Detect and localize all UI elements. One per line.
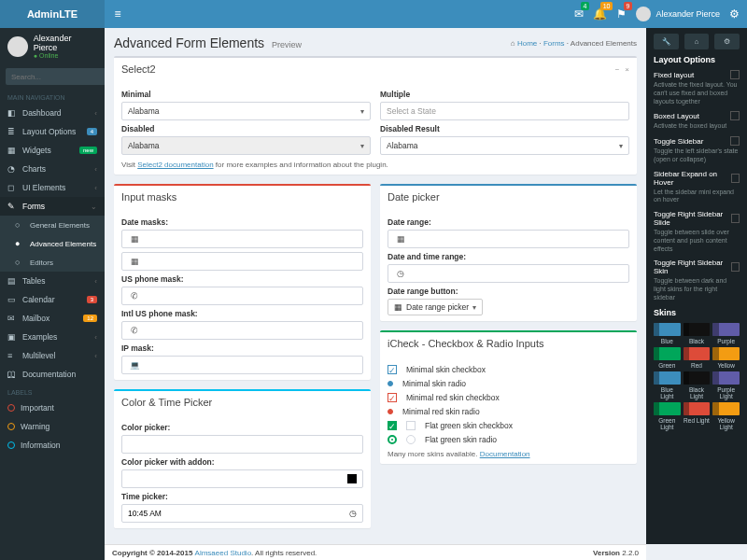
sidebar-item-label: UI Elements (22, 183, 89, 192)
footer-brand-link[interactable]: Almsaeed Studio (195, 549, 251, 557)
icheck-note: Many more skins available. Documentation (388, 450, 629, 458)
skin-swatch[interactable]: Green Light (654, 402, 681, 430)
flag-icon[interactable]: ⚑9 (616, 7, 627, 21)
settings-tab-gear[interactable]: ⚙ (714, 34, 740, 49)
user-menu[interactable]: Alexander Pierce (636, 7, 720, 21)
sidebar-item[interactable]: ▭Calendar3 (0, 290, 105, 309)
sidebar-item[interactable]: ≡Multilevel‹ (0, 346, 105, 365)
select-minimal[interactable]: Alabama▾ (121, 102, 371, 120)
option-desc: Toggle between slide over content and pu… (654, 229, 740, 253)
checkbox[interactable] (730, 70, 740, 79)
input-us-phone[interactable]: ✆ (121, 287, 363, 305)
sidebar-subitem[interactable]: ○Editors (0, 253, 105, 272)
checkbox[interactable] (731, 214, 740, 223)
sidebar-item[interactable]: 🕮Documentation (0, 365, 105, 384)
input-date-mask-1[interactable]: ▦ (121, 230, 363, 248)
radio[interactable] (406, 435, 416, 444)
nav-icon: 🕮 (7, 370, 17, 379)
sidebar-subitem[interactable]: ○General Elements (0, 216, 105, 234)
settings-tab-wrench[interactable]: 🔧 (654, 34, 679, 49)
sidebar-subitem[interactable]: ●Advanced Elements (0, 234, 105, 253)
circle-icon (7, 441, 15, 449)
checkbox[interactable] (406, 421, 416, 430)
skin-swatch[interactable]: Red (684, 347, 711, 369)
calendar-icon: ▦ (128, 257, 141, 266)
label-multiple: Multiple (380, 90, 629, 99)
input-intl-phone[interactable]: ✆ (121, 321, 363, 340)
skin-swatch[interactable]: Purple Light (712, 371, 740, 399)
sidebar-item[interactable]: ≣Layout Options4 (0, 122, 105, 141)
date-range-button[interactable]: ▦Date range picker▾ (388, 299, 483, 315)
badge: new (79, 147, 97, 154)
search-input[interactable] (6, 68, 105, 85)
input-ip[interactable]: 💻 (121, 356, 363, 374)
input-date-mask-2[interactable]: ▦ (121, 252, 363, 271)
input-date-range[interactable]: ▦ (388, 230, 629, 248)
collapse-icon[interactable]: − (615, 65, 620, 74)
breadcrumb-home[interactable]: Home (517, 39, 537, 48)
select2-doc-link[interactable]: Select2 documentation (137, 161, 213, 169)
bell-icon[interactable]: 🔔10 (593, 7, 607, 21)
skin-swatch[interactable]: Purple (712, 323, 740, 344)
sidebar-item-forms[interactable]: ✎ Forms ⌄ (0, 197, 105, 216)
checkbox[interactable] (730, 136, 740, 146)
checkbox[interactable]: ✓ (388, 393, 397, 402)
checkbox[interactable] (731, 174, 740, 183)
icheck-doc-link[interactable]: Documentation (480, 450, 530, 458)
input-color-addon[interactable] (121, 469, 363, 488)
skin-swatch[interactable]: Blue (654, 323, 681, 344)
checkbox[interactable]: ✓ (388, 365, 397, 374)
radio[interactable] (388, 435, 397, 444)
radio[interactable] (388, 381, 393, 386)
select-disabled-result[interactable]: Alabama▾ (380, 136, 629, 155)
sidebar-item[interactable]: ▦Widgetsnew (0, 141, 105, 160)
sidebar-item[interactable]: ◻UI Elements‹ (0, 178, 105, 197)
topbar-username: Alexander Pierce (655, 9, 720, 19)
option-desc: Toggle the left sidebar's state (open or… (654, 147, 740, 164)
option-desc: Toggle between dark and light skins for … (654, 277, 740, 301)
sidebar-item-label: Mailbox (22, 314, 78, 323)
skin-swatch[interactable]: Yellow (712, 347, 740, 369)
radio[interactable] (388, 409, 393, 414)
phone-icon: ✆ (128, 326, 141, 335)
sidebar-label-item[interactable]: Important (0, 399, 105, 417)
logo[interactable]: AdminLTE (0, 0, 105, 28)
skin-swatch[interactable]: Black (684, 323, 711, 344)
sidebar-toggle[interactable]: ≡ (105, 7, 131, 21)
sidebar-item[interactable]: ◧Dashboard‹ (0, 104, 105, 122)
input-datetime-range[interactable]: ◷ (388, 264, 629, 283)
settings-option: Fixed layoutActivate the fixed layout. Y… (654, 70, 740, 105)
skin-name: Green (654, 362, 681, 369)
sidebar-item[interactable]: ▤Tables‹ (0, 272, 105, 290)
skin-swatch[interactable]: Green (654, 347, 681, 369)
skin-name: Purple Light (712, 386, 740, 399)
checkbox[interactable] (731, 262, 740, 272)
select-multiple[interactable]: Select a State (380, 102, 629, 120)
breadcrumb-forms[interactable]: Forms (543, 39, 565, 48)
color-swatch[interactable] (347, 474, 357, 483)
settings-tab-home[interactable]: ⌂ (684, 34, 710, 49)
input-time[interactable]: ◷ (121, 504, 363, 523)
skin-swatch[interactable]: Black Light (684, 371, 711, 399)
option-desc: Activate the boxed layout (654, 122, 740, 131)
sidebar-item-label: Multilevel (22, 351, 89, 360)
close-icon[interactable]: × (625, 65, 629, 74)
sidebar-item[interactable]: ✉Mailbox12 (0, 309, 105, 328)
option-title: Boxed Layout (654, 112, 699, 120)
skin-name: Yellow Light (712, 417, 740, 430)
gear-icon[interactable]: ⚙ (729, 7, 740, 21)
sidebar-item[interactable]: ▣Examples‹ (0, 328, 105, 346)
checkbox[interactable]: ✓ (388, 421, 397, 430)
skin-swatch[interactable]: Yellow Light (712, 402, 740, 430)
sidebar-item[interactable]: ◔Charts‹ (0, 160, 105, 178)
sidebar-label-item[interactable]: Information (0, 436, 105, 455)
mail-icon[interactable]: ✉4 (574, 7, 584, 21)
skin-name: Purple (712, 338, 740, 344)
skin-swatch[interactable]: Red Light (684, 402, 711, 430)
sidebar-label-item[interactable]: Warning (0, 417, 105, 436)
checkbox[interactable] (730, 111, 740, 120)
input-color[interactable] (121, 435, 363, 454)
check-label: Flat green skin checkbox (425, 421, 513, 430)
skin-swatch[interactable]: Blue Light (654, 371, 681, 399)
nav-icon: ▭ (7, 295, 17, 304)
